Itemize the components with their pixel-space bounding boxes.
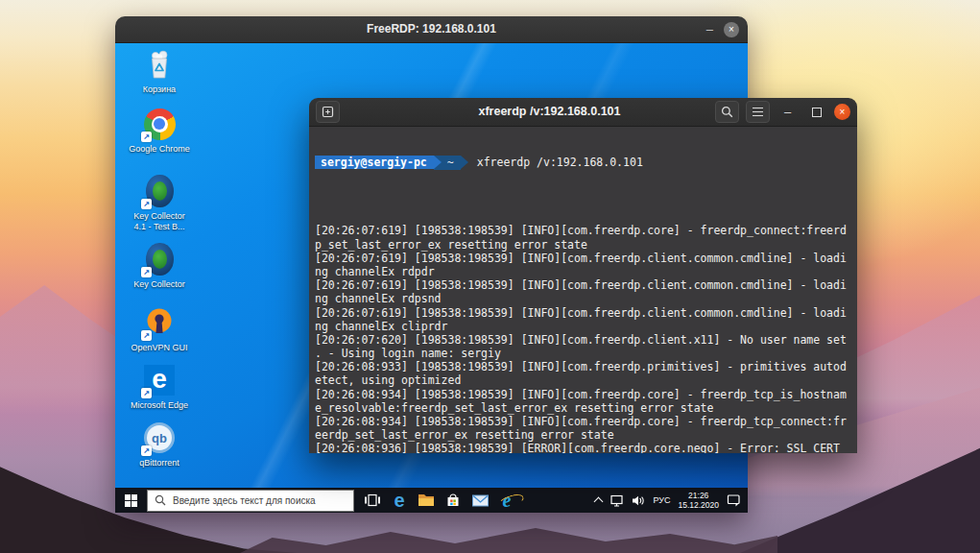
new-tab-icon — [322, 106, 334, 118]
desktop-icon-key-collector[interactable]: ↗ Key Collector — [121, 242, 198, 290]
close-button[interactable]: × — [724, 22, 739, 37]
prompt-arrow-icon — [461, 156, 468, 169]
desktop-icon-label: OpenVPN GUI — [131, 343, 187, 353]
shortcut-arrow-icon: ↗ — [141, 330, 152, 341]
wallpaper-dark-mountain — [240, 515, 777, 553]
host-desktop: FreeRDP: 192.168.0.101 – × Корзина — [0, 0, 980, 553]
terminal-output[interactable]: sergiy@sergiy-pc~xfreerdp /v:192.168.0.1… — [309, 127, 857, 453]
minimize-button[interactable]: – — [706, 23, 713, 36]
volume-icon[interactable] — [632, 495, 645, 506]
shortcut-arrow-icon: ↗ — [141, 132, 152, 142]
desktop-icon-microsoft-edge[interactable]: e ↗ Microsoft Edge — [121, 363, 198, 411]
start-button[interactable] — [118, 488, 144, 513]
chrome-icon: ↗ — [142, 107, 177, 141]
task-view-icon — [363, 491, 382, 510]
hamburger-icon — [753, 111, 763, 113]
desktop-icon-google-chrome[interactable]: ↗ Google Chrome — [121, 107, 198, 155]
terminal-window-controls: – × — [715, 101, 850, 123]
prompt-user-host: sergiy@sergiy-pc — [315, 156, 434, 169]
tray-chevron-up-icon[interactable] — [594, 497, 604, 507]
shortcut-arrow-icon: ↗ — [141, 267, 152, 277]
taskbar-pinned-apps: e — [359, 488, 520, 513]
new-tab-button[interactable] — [316, 101, 340, 123]
task-view-button[interactable] — [359, 488, 386, 513]
internet-explorer-button[interactable]: e — [493, 488, 520, 513]
terminal-log-line: [20:26:08:934] [198538:198539] [INFO][co… — [315, 388, 857, 401]
terminal-log-line: ng channelEx cliprdr — [315, 320, 857, 333]
taskbar-edge-button[interactable]: e — [386, 488, 413, 513]
edge-icon: e — [394, 491, 404, 510]
file-explorer-icon — [417, 492, 436, 509]
desktop-icon-label: Microsoft Edge — [131, 400, 188, 411]
freerdp-titlebar[interactable]: FreeRDP: 192.168.0.101 – × — [115, 16, 748, 43]
search-placeholder: Введите здесь текст для поиска — [173, 495, 316, 506]
terminal-log-line: [20:26:07:620] [198538:198539] [INFO][co… — [315, 333, 857, 347]
desktop-icon-label: qBittorrent — [139, 458, 179, 469]
terminal-log-line: p_set_last_error_ex resetting error stat… — [315, 238, 857, 252]
terminal-log-line: [20:26:07:619] [198538:198539] [INFO][co… — [315, 306, 857, 320]
recycle-bin-icon — [144, 48, 175, 81]
windows-logo-icon — [125, 494, 137, 507]
openvpn-icon: ↗ — [142, 305, 177, 340]
terminal-headerbar[interactable]: xfreerdp /v:192.168.0.101 – × — [309, 98, 857, 127]
network-icon[interactable] — [610, 494, 624, 507]
system-tray: РУС 21:2615.12.2020 — [595, 491, 741, 510]
maximize-button[interactable] — [805, 102, 827, 122]
maximize-icon — [812, 108, 822, 117]
mail-button[interactable] — [466, 488, 493, 513]
terminal-log-line: etect, using optimized — [315, 373, 857, 387]
terminal-prompt-line: sergiy@sergiy-pc~xfreerdp /v:192.168.0.1… — [315, 156, 857, 169]
windows-taskbar: Введите здесь текст для поиска e — [115, 488, 748, 513]
terminal-window: xfreerdp /v:192.168.0.101 – × — [309, 98, 857, 453]
action-center-icon[interactable] — [727, 493, 741, 507]
desktop-icon-label: Key Collector 4.1 - Test B... — [128, 211, 191, 232]
terminal-log-line: eerdp_set_last_error_ex resetting error … — [315, 428, 857, 442]
desktop-icon-label: Key Collector — [133, 279, 185, 290]
taskbar-search-box[interactable]: Введите здесь текст для поиска — [147, 490, 354, 512]
prompt-command: xfreerdp /v:192.168.0.101 — [477, 156, 643, 169]
microsoft-store-button[interactable] — [440, 488, 466, 513]
shortcut-arrow-icon: ↗ — [141, 445, 152, 456]
menu-button[interactable] — [746, 101, 770, 123]
store-icon — [444, 492, 462, 509]
terminal-log-line: ng channelEx rdpsnd — [315, 292, 857, 305]
internet-explorer-icon: e — [503, 491, 512, 511]
edge-icon: e ↗ — [142, 363, 177, 397]
mail-icon — [471, 493, 490, 508]
key-collector-icon: ↗ — [142, 174, 177, 208]
recycle-bin-icon — [142, 47, 177, 82]
terminal-log-line: [20:26:07:619] [198538:198539] [INFO][co… — [315, 278, 857, 292]
terminal-log-line: [20:26:07:619] [198538:198539] [INFO][co… — [315, 252, 857, 265]
terminal-log-line: ng channelEx rdpdr — [315, 265, 857, 278]
desktop-icon-label: Google Chrome — [129, 144, 190, 155]
terminal-log-line: e_resolvable:freerdp_set_last_error_ex r… — [315, 401, 857, 415]
desktop-icon-key-collector-test[interactable]: ↗ Key Collector 4.1 - Test B... — [121, 174, 198, 232]
shortcut-arrow-icon: ↗ — [141, 199, 152, 209]
close-button[interactable]: × — [834, 104, 850, 120]
language-indicator[interactable]: РУС — [653, 495, 670, 505]
freerdp-window-controls: – × — [706, 16, 739, 42]
desktop-icon-label: Корзина — [143, 84, 176, 95]
tray-date: 15.12.2020 — [678, 500, 719, 510]
terminal-log-line: [20:26:08:934] [198538:198539] [INFO][co… — [315, 415, 857, 428]
edge-letter: e — [152, 366, 167, 393]
tray-clock[interactable]: 21:2615.12.2020 — [678, 491, 719, 510]
qbittorrent-icon: qb ↗ — [142, 421, 177, 455]
prompt-path: ~ — [434, 156, 461, 169]
file-explorer-button[interactable] — [413, 488, 440, 513]
key-collector-icon: ↗ — [142, 242, 177, 276]
desktop-icon-recycle-bin[interactable]: Корзина — [121, 47, 198, 95]
minimize-button[interactable]: – — [777, 102, 799, 122]
desktop-icon-openvpn-gui[interactable]: ↗ OpenVPN GUI — [121, 305, 198, 353]
terminal-log-line: . - Using login name: sergiy — [315, 347, 857, 360]
freerdp-window-title: FreeRDP: 192.168.0.101 — [115, 22, 748, 36]
tray-time: 21:26 — [688, 491, 708, 500]
desktop-icon-qbittorrent[interactable]: qb ↗ qBittorrent — [121, 421, 198, 469]
terminal-window-title: xfreerdp /v:192.168.0.101 — [367, 105, 732, 118]
search-icon — [155, 494, 166, 506]
terminal-log-line: [20:26:08:936] [198538:198539] [ERROR][c… — [315, 442, 857, 453]
terminal-log-line: [20:26:08:933] [198538:198539] [INFO][co… — [315, 360, 857, 373]
shortcut-arrow-icon: ↗ — [141, 388, 152, 398]
terminal-log-line: [20:26:07:619] [198538:198539] [INFO][co… — [315, 224, 857, 237]
